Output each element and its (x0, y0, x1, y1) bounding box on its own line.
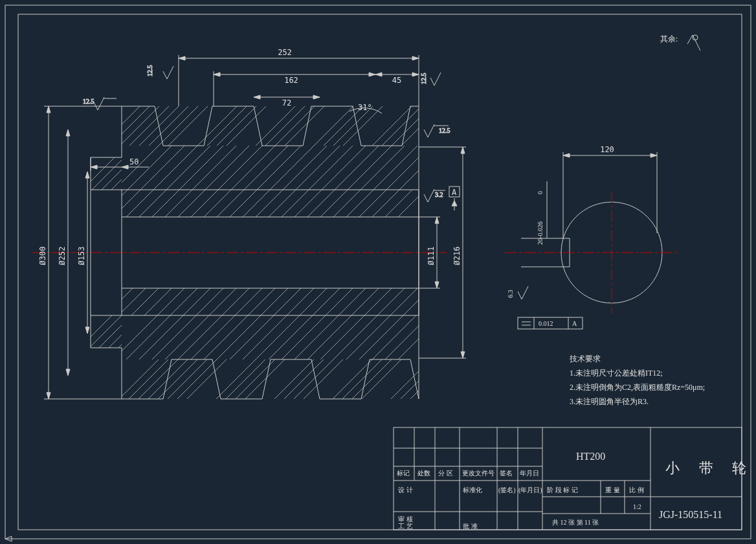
svg-line-27 (340, 65, 424, 149)
notes-heading: 技术要求 (569, 354, 601, 363)
svg-line-84 (110, 253, 194, 337)
dim-d300: Ø300 (38, 247, 47, 266)
tb-mass: 重 量 (605, 486, 620, 493)
tb-r2c6: (年月日) (518, 486, 542, 494)
gtol-ref: A (572, 320, 577, 327)
tb-sheet: 共 12 张 第 11 张 (552, 519, 599, 526)
surf-12.5-d: 12.5 (439, 127, 450, 134)
tb-ratio: 比 例 (629, 486, 644, 493)
svg-line-152 (379, 337, 463, 421)
general-roughness-label: 其余: (660, 34, 678, 43)
svg-line-78 (356, 149, 440, 233)
svg-line-142 (223, 337, 307, 421)
svg-line-159 (104, 123, 188, 207)
svg-line-17 (204, 65, 288, 149)
svg-line-141 (214, 337, 298, 421)
tech-notes: 技术要求 1.未注明尺寸公差处精IT12; 2.未注明倒角为C2,表面粗糙度Rz… (569, 354, 705, 406)
svg-line-85 (123, 253, 207, 337)
note-3: 3.未注明圆角半径为R3. (570, 397, 649, 406)
svg-line-28 (369, 65, 453, 149)
svg-line-138 (165, 337, 249, 421)
dim-d216: Ø216 (452, 247, 461, 266)
svg-line-113 (175, 266, 285, 376)
dim-d153: Ø153 (77, 247, 86, 266)
tb-r1c3: 分 区 (438, 470, 453, 477)
frame-inner (18, 14, 742, 530)
gtol-value: 0.012 (539, 320, 553, 327)
surf-12.5-b: 12.5 (83, 98, 94, 105)
tb-r4c1: 工 艺 (398, 523, 413, 530)
dim-162: 162 (284, 76, 298, 85)
svg-line-21 (262, 65, 346, 149)
tb-stage: 阶 段 标 记 (547, 486, 578, 493)
tb-r1c4: 更改文件号 (462, 470, 495, 477)
dim-120: 120 (600, 145, 614, 154)
svg-line-8 (97, 65, 181, 149)
dim-252: 252 (278, 48, 292, 57)
surf-symbols: 12.5 12.5 12.5 12.5 3.2 (83, 65, 450, 203)
surf-12.5-a: 12.5 (146, 65, 153, 77)
tb-part-name: 小 带 轮 (665, 460, 754, 476)
svg-line-112 (162, 266, 272, 376)
tb-r1c1: 标记 (396, 470, 410, 477)
svg-line-24 (311, 65, 395, 149)
svg-line-131 (97, 337, 181, 421)
svg-line-144 (262, 337, 346, 421)
svg-line-153 (388, 337, 472, 421)
tb-r2c5: (签名) (498, 486, 516, 494)
tb-material: HT200 (576, 451, 605, 462)
dim-45: 45 (392, 76, 401, 85)
dim-d252: Ø252 (58, 247, 67, 266)
svg-line-127 (356, 266, 466, 376)
svg-line-15 (165, 65, 249, 149)
tb-r4c2: 批 准 (463, 523, 478, 530)
dim-72: 72 (282, 98, 291, 108)
svg-line-10 (117, 65, 201, 149)
svg-line-149 (330, 337, 414, 421)
svg-line-13 (146, 65, 230, 149)
svg-point-0 (693, 35, 698, 40)
svg-line-135 (136, 337, 220, 421)
svg-line-150 (340, 337, 424, 421)
note-1: 1.未注明尺寸公差处精IT12; (570, 368, 663, 378)
svg-line-26 (330, 65, 414, 149)
dim-tol-upper: 0 (537, 191, 544, 194)
tb-r1c2: 处数 (417, 470, 430, 477)
tb-r3c1: 审 核 (398, 516, 413, 523)
dim-tol-lower: 20-0.026 (537, 221, 544, 245)
svg-line-82 (84, 253, 168, 337)
frame-outer (5, 5, 751, 539)
svg-line-31 (398, 65, 482, 149)
tb-scale-value: 1:2 (633, 503, 641, 510)
surf-3.2: 3.2 (435, 191, 443, 198)
svg-line-16 (194, 65, 278, 149)
svg-line-11 (126, 65, 210, 149)
tb-r1c5: 签名 (500, 470, 513, 477)
title-block: 标记 处数 分 区 更改文件号 签名 年月日 设 计 标准化 (签名) (年月日… (394, 427, 754, 530)
dim-d111: Ø111 (427, 247, 436, 266)
hatch (65, 65, 492, 421)
svg-line-12 (136, 65, 220, 149)
gtol-frame: 0.012 A (518, 317, 583, 329)
diam-dims: Ø300 Ø252 Ø153 (38, 106, 122, 399)
svg-line-146 (282, 337, 366, 421)
svg-line-134 (126, 337, 210, 421)
dim-angle: 31° (358, 103, 372, 112)
note-2: 2.未注明倒角为C2,表面粗糙度Rz=50μm; (570, 383, 705, 392)
tb-r1c6: 年月日 (520, 470, 539, 477)
surf-12.5-e: 12.5 (420, 73, 427, 85)
svg-line-160 (65, 278, 149, 363)
svg-line-151 (369, 337, 453, 421)
tb-r2c4: 标准化 (462, 486, 482, 493)
tb-r2c1: 设 计 (398, 486, 413, 493)
svg-line-120 (265, 266, 375, 376)
main-view: 252 162 45 72 31° 50 Ø300 Ø252 Ø153 (32, 48, 492, 421)
side-view: 120 0 20-0.026 6.3 0.012 A (505, 145, 680, 329)
drawing-canvas: 其余: (0, 0, 756, 544)
svg-line-154 (398, 337, 482, 421)
svg-line-143 (252, 337, 337, 421)
svg-line-83 (97, 253, 181, 337)
tb-drawing-no: JGJ-150515-11 (659, 509, 722, 520)
surf-6.3: 6.3 (507, 290, 514, 299)
svg-line-164 (104, 278, 188, 363)
